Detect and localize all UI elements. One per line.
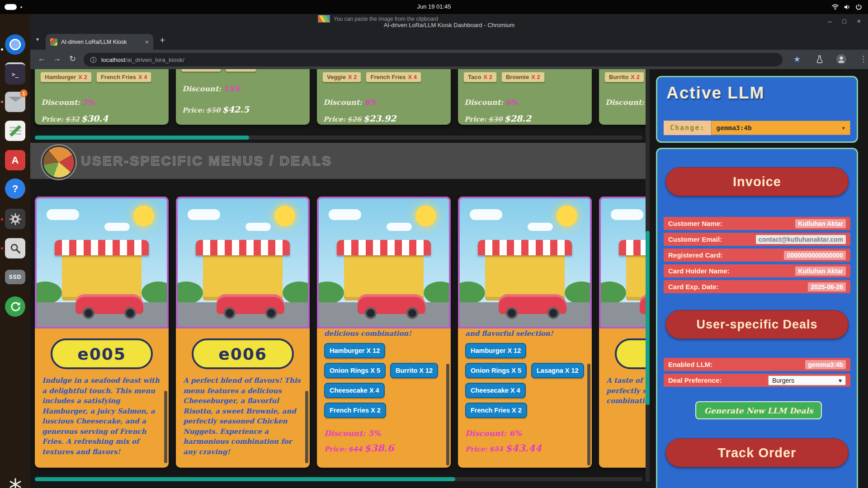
cloud	[387, 223, 412, 231]
item-name: Hamburger	[471, 347, 505, 354]
reload-button[interactable]: ↻	[69, 54, 76, 64]
deal-card[interactable]: and flavorful selection! Hamburger X 12 …	[458, 197, 592, 468]
minimize-button[interactable]: –	[828, 18, 832, 25]
cloud	[47, 209, 79, 220]
row-value: Kutluhan Aktar	[795, 267, 846, 276]
close-button[interactable]: ×	[857, 18, 861, 25]
address-bar[interactable]: localhost/ai_driven_lora_kiosk/	[84, 53, 783, 66]
card-scrollbar-thumb[interactable]	[305, 391, 308, 463]
item-qty: X 4	[408, 74, 417, 80]
llm-select[interactable]: gemma3:4b ▾	[711, 121, 850, 135]
scroll-content: HamburgerX 2 French FriesX 4 Discount: 5…	[30, 69, 646, 488]
discount-line: Discount: 5%	[41, 98, 94, 107]
deal-name-pill: e005	[51, 338, 153, 369]
running-indicator	[1, 48, 3, 51]
item-name: French Fries	[330, 407, 369, 414]
dock-distro-logo-icon[interactable]	[5, 474, 25, 488]
bookmark-star-icon[interactable]: ★	[793, 54, 801, 64]
deal-description: A perfect blend of flavors! This menu fe…	[183, 375, 302, 457]
running-indicator	[1, 218, 3, 221]
menu-card[interactable]: TacoX 2 BrownieX 2 Discount: 6% Price:$3…	[458, 69, 592, 125]
active-llm-panel: Active LLM Change: gemma3:4b ▾	[656, 76, 858, 143]
bush	[458, 282, 485, 304]
user-specific-deals-button[interactable]: User-specific Deals	[665, 310, 849, 339]
deal-card[interactable]: e005 Indulge in a seafood feast with a d…	[35, 197, 169, 468]
vertical-scrollbar[interactable]	[646, 69, 650, 482]
menu-kebab-icon[interactable]: ⋮	[859, 54, 867, 64]
deal-item-badge: French Fries X 2	[465, 403, 527, 418]
track-order-button[interactable]: Track Order	[665, 438, 849, 467]
site-info-icon[interactable]	[90, 56, 97, 63]
tab-search-chevron-icon[interactable]: ▾	[36, 36, 39, 42]
scrollbar-thumb[interactable]	[646, 231, 650, 405]
experiments-flask-icon[interactable]	[815, 55, 824, 64]
deal-item-badge: Onion Rings X 5	[324, 363, 386, 378]
menu-card[interactable]: VeggieX 2 French FriesX 4 Discount: 8% P…	[317, 69, 451, 125]
window-title-bar[interactable]: You can paste the image from the clipboa…	[30, 14, 868, 30]
card-scrollbar-thumb[interactable]	[587, 364, 590, 465]
dock-mail-icon[interactable]: 1	[5, 92, 25, 112]
scrollbar-thumb[interactable]	[35, 136, 249, 140]
item-qty: X 5	[370, 367, 380, 374]
volume-icon[interactable]	[843, 3, 851, 11]
item-qty: X 2	[348, 74, 357, 80]
road	[601, 302, 646, 327]
wheel	[124, 307, 136, 319]
dock-help-icon[interactable]: ?	[5, 178, 25, 199]
new-tab-button[interactable]: +	[160, 35, 165, 46]
menu-item-tag: VeggieX 2	[322, 72, 361, 82]
bush	[176, 282, 203, 304]
wifi-icon[interactable]	[831, 3, 839, 11]
dock-software-updater-icon[interactable]	[5, 296, 25, 317]
scrollbar-thumb[interactable]	[35, 477, 455, 481]
dock-magnifier-icon[interactable]	[5, 238, 25, 258]
deal-card[interactable]: e006 A perfect blend of flavors! This me…	[176, 197, 310, 468]
deal-item-badge: French Fries X 2	[324, 403, 386, 418]
profile-avatar-icon[interactable]	[836, 54, 847, 65]
dock-text-editor-icon[interactable]	[5, 121, 25, 141]
row-value: 2025-06-26	[808, 282, 846, 291]
item-name: Hamburger	[330, 347, 364, 354]
dock-app-a-icon[interactable]: A	[5, 150, 25, 170]
discount-label: Discount:	[605, 98, 644, 107]
menu-card[interactable]: BurritoX 2 Discount:	[599, 69, 646, 125]
invoice-button[interactable]: Invoice	[665, 167, 849, 196]
deal-preference-select[interactable]: Burgers ▾	[768, 375, 846, 385]
discount-label: Discount:	[182, 84, 221, 93]
awning	[196, 240, 290, 255]
power-icon[interactable]	[855, 3, 863, 11]
deal-card[interactable]: e0 A taste of satisfying Salmon, perfect…	[599, 197, 646, 468]
item-name: French Fries	[370, 74, 406, 80]
horizontal-scrollbar[interactable]	[35, 136, 642, 140]
card-scrollbar-thumb[interactable]	[446, 364, 449, 465]
card-scrollbar-thumb[interactable]	[164, 391, 167, 463]
deal-name-pill: e006	[192, 338, 294, 369]
generate-deals-button[interactable]: Generate New LLM Deals	[695, 401, 822, 419]
chevron-down-icon: ▾	[841, 124, 845, 131]
browser-tab[interactable]: AI-driven LoRa/LLM Kiosk ×	[46, 34, 153, 50]
tab-strip: ▾ AI-driven LoRa/LLM Kiosk × +	[30, 30, 868, 50]
tab-close-icon[interactable]: ×	[145, 38, 149, 46]
url-host: localhost	[101, 56, 125, 63]
discount-value: 5%	[368, 429, 381, 438]
horizontal-scrollbar[interactable]	[35, 477, 642, 481]
deal-card[interactable]: delicious combination! Hamburger X 12 On…	[317, 197, 451, 468]
back-button[interactable]: ←	[38, 54, 46, 63]
menu-item-tag: French FriesX 4	[96, 72, 152, 82]
forward-button[interactable]: →	[53, 54, 61, 63]
dock-settings-icon[interactable]	[5, 209, 25, 229]
row-label: Card Holder Name:	[668, 267, 730, 275]
sun-icon	[557, 206, 577, 226]
clock[interactable]: Jun 19 01:45	[0, 3, 868, 10]
bush	[283, 282, 310, 304]
deal-illustration	[599, 197, 646, 328]
menu-card[interactable]: Discount: 15% Price:$50$42.5	[176, 69, 310, 125]
maximize-button[interactable]: □	[842, 18, 846, 25]
dock-ssd-drive-icon[interactable]: SSD	[5, 270, 25, 284]
discount-label: Discount:	[323, 98, 362, 107]
dock-chromium-icon[interactable]	[5, 34, 25, 55]
invoice-row: Customer Email: contact@kutluhanaktar.co…	[664, 233, 850, 246]
menu-card[interactable]: HamburgerX 2 French FriesX 4 Discount: 5…	[35, 69, 169, 125]
item-qty: X 12	[366, 347, 380, 354]
dock-terminal-icon[interactable]: >_	[5, 62, 25, 84]
